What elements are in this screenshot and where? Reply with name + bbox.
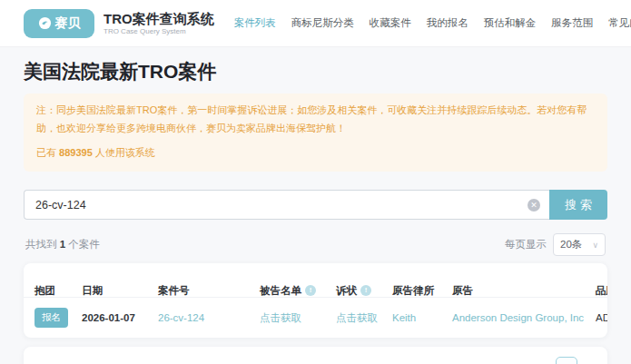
top-navbar: 赛贝 TRO案件查询系统 TRO Case Query System 案件列表 …: [0, 0, 631, 47]
cell-case-no: 26-cv-124: [158, 312, 260, 323]
cell-complaint: 点击获取: [336, 311, 392, 325]
search-input[interactable]: [24, 190, 549, 220]
nav-favorites[interactable]: 收藏案件: [370, 16, 411, 30]
main-content: 美国法院最新TRO案件 注：同步美国法院最新TRO案件，第一时间掌握诉讼进展；如…: [0, 59, 631, 364]
header-date: 日期: [82, 284, 158, 298]
logo-icon: [38, 16, 52, 30]
main-nav: 案件列表 商标尼斯分类 收藏案件 我的报名 预估和解金 服务范围 常见问题 关于…: [234, 16, 631, 30]
case-number-link[interactable]: 26-cv-124: [158, 312, 204, 323]
usage-count: 889395: [59, 147, 93, 158]
app-subtitle: TRO Case Query System: [104, 27, 214, 35]
plaintiff-link[interactable]: Anderson Design Group, Inc: [452, 312, 584, 323]
defendants-link[interactable]: 点击获取: [260, 311, 301, 325]
nav-settlement-estimate[interactable]: 预估和解金: [484, 16, 537, 30]
results-count: 共找到 1 个案件: [25, 238, 100, 251]
nav-services[interactable]: 服务范围: [551, 16, 593, 30]
info-icon[interactable]: !: [305, 285, 316, 296]
results-count-prefix: 共找到: [25, 239, 60, 250]
search-input-wrap: ✕: [24, 190, 549, 220]
nav-faq[interactable]: 常见问题: [608, 16, 631, 30]
law-firm-link[interactable]: Keith: [392, 312, 416, 323]
usage-prefix: 已有: [36, 147, 59, 158]
header-defendants-label: 被告名单: [260, 284, 301, 298]
notice-banner: 注：同步美国法院最新TRO案件，第一时间掌握诉讼进展；如您涉及相关案件，可收藏关…: [24, 93, 607, 172]
logo-text: 赛贝: [55, 15, 81, 32]
page-size-control: 每页显示 20条 ∨: [505, 233, 606, 256]
cases-table: 抱团 日期 案件号 被告名单 ! 诉状 ! 原告律所 原告 品牌 起诉类型 报名…: [24, 263, 607, 338]
usage-suffix: 人使用该系统: [93, 147, 155, 158]
header-complaint-label: 诉状: [336, 284, 357, 298]
page-number-button[interactable]: 1: [556, 357, 577, 364]
results-meta-row: 共找到 1 个案件 每页显示 20条 ∨: [25, 233, 606, 256]
nav-my-signups[interactable]: 我的报名: [427, 16, 468, 30]
page-size-label: 每页显示: [505, 238, 547, 251]
usage-stats: 已有 889395 人使用该系统: [36, 144, 595, 162]
header-group: 抱团: [35, 284, 82, 298]
pagination-bar: ‹ 1 ›: [24, 347, 607, 364]
header-complaint: 诉状 !: [336, 284, 392, 298]
page-title: 美国法院最新TRO案件: [24, 59, 607, 84]
info-icon[interactable]: !: [360, 285, 371, 296]
notice-text: 注：同步美国法院最新TRO案件，第一时间掌握诉讼进展；如您涉及相关案件，可收藏关…: [36, 102, 595, 138]
complaint-link[interactable]: 点击获取: [336, 311, 378, 325]
header-brand: 品牌: [596, 284, 607, 298]
header-plaintiff: 原告: [452, 284, 596, 298]
app-title: TRO案件查询系统: [104, 11, 214, 26]
app-title-block: TRO案件查询系统 TRO Case Query System: [104, 11, 214, 34]
cell-brand: ADG手绘: [596, 311, 607, 325]
table-row: 报名 2026-01-07 26-cv-124 点击获取 点击获取 Keith …: [24, 298, 607, 338]
search-button[interactable]: 搜 索: [549, 190, 607, 220]
header-law-firm: 原告律所: [392, 284, 452, 298]
nav-case-list[interactable]: 案件列表: [234, 16, 276, 30]
cell-defendants: 点击获取: [260, 311, 336, 325]
signup-button[interactable]: 报名: [35, 308, 68, 328]
cell-law-firm: Keith: [392, 312, 452, 323]
cell-date: 2026-01-07: [82, 312, 158, 323]
header-case-no: 案件号: [158, 284, 260, 298]
results-count-suffix: 个案件: [65, 239, 100, 250]
chevron-down-icon: ∨: [592, 241, 598, 250]
search-bar: ✕ 搜 索: [24, 190, 607, 220]
page-size-value: 20条: [560, 238, 582, 251]
table-header-row: 抱团 日期 案件号 被告名单 ! 诉状 ! 原告律所 原告 品牌 起诉类型: [24, 263, 607, 298]
nav-nice-classification[interactable]: 商标尼斯分类: [291, 16, 354, 30]
brand-logo[interactable]: 赛贝: [24, 9, 94, 38]
page-size-select[interactable]: 20条 ∨: [553, 233, 606, 256]
cell-group: 报名: [35, 308, 82, 328]
header-defendants: 被告名单 !: [260, 284, 336, 298]
clear-input-icon[interactable]: ✕: [527, 199, 540, 212]
cell-plaintiff: Anderson Design Group, Inc: [452, 312, 596, 323]
